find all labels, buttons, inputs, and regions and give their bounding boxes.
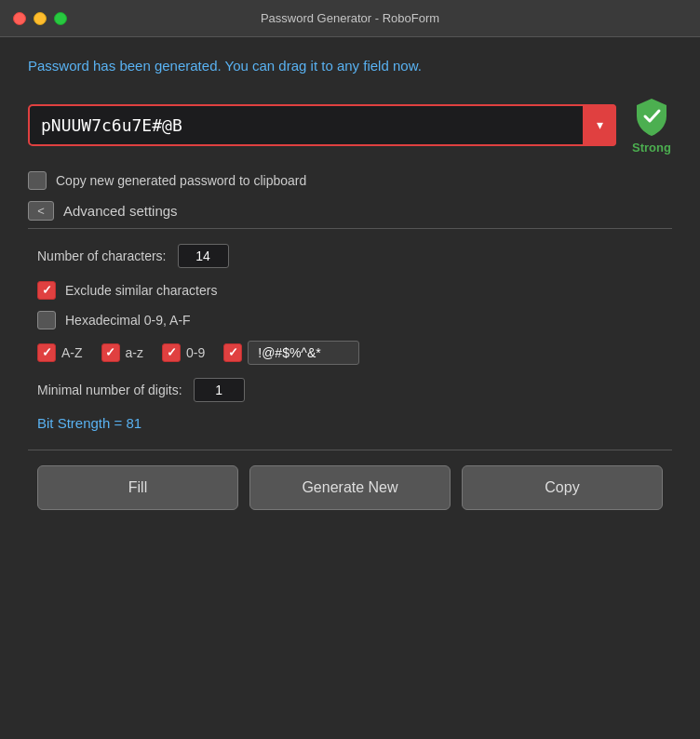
hex-checkbox[interactable]	[37, 311, 56, 329]
advanced-settings-label: Advanced settings	[63, 203, 178, 219]
window-title: Password Generator - RoboForm	[261, 11, 439, 25]
advanced-toggle-row: < Advanced settings	[28, 201, 672, 221]
exclude-similar-label: Exclude similar characters	[65, 283, 217, 298]
divider-bottom	[28, 450, 672, 450]
exclude-similar-checkbox[interactable]	[37, 281, 56, 300]
num-chars-input[interactable]	[178, 244, 229, 268]
action-buttons: Fill Generate New Copy	[28, 465, 672, 510]
az-lower-label: a-z	[126, 345, 143, 360]
strength-label: Strong	[632, 141, 671, 155]
main-content: Password has been generated. You can dra…	[0, 37, 700, 529]
advanced-toggle-button[interactable]: <	[28, 201, 54, 221]
fill-button[interactable]: Fill	[37, 465, 238, 510]
az-checkbox[interactable]	[37, 343, 56, 362]
special-checkbox[interactable]	[223, 343, 242, 362]
password-dropdown-button[interactable]: ▾	[583, 104, 616, 146]
password-row: ▾ Strong	[28, 96, 672, 155]
divider-top	[28, 228, 672, 229]
copy-clipboard-row: Copy new generated password to clipboard	[28, 171, 672, 190]
title-bar-buttons	[13, 12, 67, 25]
digits-item: 0-9	[162, 343, 205, 362]
min-digits-input[interactable]	[194, 378, 245, 402]
status-message: Password has been generated. You can dra…	[28, 56, 672, 77]
digits-checkbox[interactable]	[162, 343, 181, 362]
min-digits-label: Minimal number of digits:	[37, 383, 182, 397]
az-lower-checkbox[interactable]	[101, 343, 120, 362]
hex-label: Hexadecimal 0-9, A-F	[65, 313, 191, 328]
settings-section: Number of characters: Exclude similar ch…	[28, 244, 672, 431]
password-input[interactable]	[28, 104, 616, 146]
bit-strength: Bit Strength = 81	[37, 415, 672, 431]
minimize-button[interactable]	[34, 12, 47, 25]
generate-new-button[interactable]: Generate New	[249, 465, 451, 510]
min-digits-row: Minimal number of digits:	[37, 378, 672, 402]
digits-label: 0-9	[186, 345, 205, 360]
num-chars-label: Number of characters:	[37, 249, 167, 263]
strength-indicator: Strong	[631, 96, 672, 155]
num-chars-row: Number of characters:	[37, 244, 672, 268]
charset-row: A-Z a-z 0-9	[37, 341, 672, 365]
exclude-similar-row: Exclude similar characters	[37, 281, 672, 300]
special-chars-input[interactable]	[248, 341, 359, 365]
az-item: A-Z	[37, 343, 83, 362]
maximize-button[interactable]	[54, 12, 67, 25]
copy-clipboard-checkbox[interactable]	[28, 171, 47, 190]
az-label: A-Z	[61, 345, 83, 360]
special-item	[223, 341, 359, 365]
chevron-down-icon: ▾	[597, 117, 603, 132]
copy-clipboard-label: Copy new generated password to clipboard	[56, 173, 306, 188]
copy-button[interactable]: Copy	[462, 465, 663, 510]
shield-icon	[631, 96, 672, 137]
password-input-wrapper: ▾	[28, 104, 616, 146]
az-lower-item: a-z	[101, 343, 143, 362]
title-bar: Password Generator - RoboForm	[0, 0, 700, 37]
close-button[interactable]	[13, 12, 26, 25]
hex-row: Hexadecimal 0-9, A-F	[37, 311, 672, 329]
